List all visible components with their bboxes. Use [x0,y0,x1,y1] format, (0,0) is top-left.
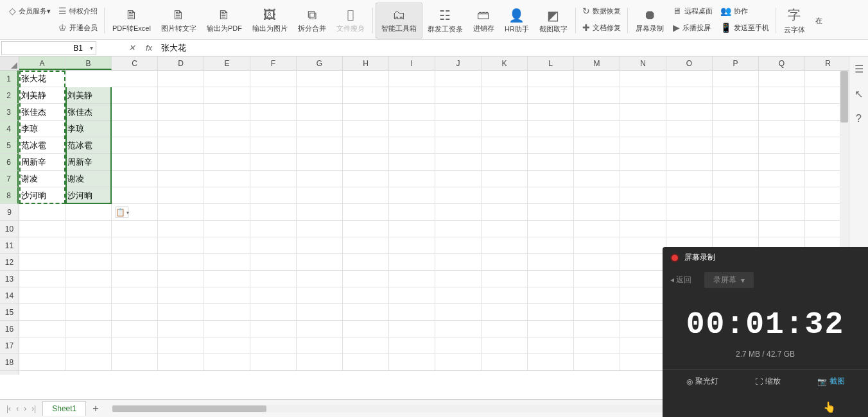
cell[interactable] [158,254,204,271]
cell[interactable] [528,121,574,137]
open-member-button[interactable]: ♔开通会员 [58,19,98,36]
cell[interactable] [389,221,435,237]
cell[interactable] [65,337,112,354]
cell[interactable] [528,87,574,104]
cell[interactable] [620,71,666,87]
cell[interactable] [343,154,389,171]
cell[interactable] [435,254,482,271]
remote-desktop-button[interactable]: 🖥远程桌面 [673,3,713,19]
cell[interactable] [528,254,574,271]
cell[interactable]: 张佳杰 [19,104,65,121]
column-header[interactable]: K [482,56,528,70]
cell[interactable] [620,87,666,104]
cell[interactable] [158,104,204,121]
cell[interactable] [343,304,389,321]
column-header[interactable]: C [112,56,158,70]
cell[interactable] [574,287,620,304]
cell[interactable] [713,154,759,171]
cell[interactable] [620,354,666,371]
collaborate-button[interactable]: 👥协作 [720,3,769,19]
cell[interactable] [343,171,389,187]
cell[interactable] [482,104,528,121]
help-icon[interactable]: ? [856,113,862,124]
hscroll-thumb[interactable] [112,405,266,412]
cell[interactable] [343,121,389,137]
cell[interactable] [297,87,343,104]
cell[interactable] [343,321,389,337]
cell[interactable] [19,321,65,337]
cell[interactable] [666,121,713,137]
cell[interactable] [204,304,250,321]
cell[interactable] [19,287,65,304]
cell[interactable] [65,221,112,237]
row-header[interactable]: 5 [0,137,19,154]
cell[interactable] [158,121,204,137]
cell[interactable] [482,87,528,104]
cell[interactable] [158,137,204,154]
cell[interactable] [250,271,297,287]
add-sheet-button[interactable]: + [86,403,105,414]
cell[interactable] [759,221,805,237]
cell[interactable] [250,304,297,321]
cell[interactable] [713,71,759,87]
cell[interactable] [204,104,250,121]
cell[interactable] [204,287,250,304]
cell[interactable] [250,221,297,237]
cell[interactable] [389,337,435,354]
cell[interactable] [297,287,343,304]
column-header[interactable]: H [343,56,389,70]
cell[interactable] [759,71,805,87]
column-header[interactable]: A [19,56,65,70]
cell[interactable] [112,137,158,154]
cell[interactable] [389,237,435,254]
cell[interactable]: 刘美静 [19,87,65,104]
cell[interactable] [204,154,250,171]
cell[interactable] [574,237,620,254]
cell[interactable] [19,271,65,287]
cell[interactable] [343,221,389,237]
cell[interactable] [620,254,666,271]
row-header[interactable]: 4 [0,121,19,137]
column-header[interactable]: I [389,56,435,70]
cell[interactable] [713,87,759,104]
column-header[interactable]: B [65,56,112,70]
cell[interactable] [250,337,297,354]
inventory-button[interactable]: 🗃进销存 [468,3,499,38]
cell[interactable] [620,137,666,154]
column-header[interactable]: Q [759,56,805,70]
cell[interactable] [297,204,343,221]
cell[interactable] [574,87,620,104]
cell[interactable] [574,154,620,171]
cell[interactable] [250,104,297,121]
row-header[interactable]: 1 [0,71,19,87]
cell[interactable] [759,137,805,154]
cell[interactable] [65,237,112,254]
cell[interactable] [250,354,297,371]
cell[interactable] [482,337,528,354]
online-button[interactable]: 在 [810,3,828,38]
cell[interactable] [389,254,435,271]
tab-next-button[interactable]: › [21,404,29,413]
cell[interactable] [158,271,204,287]
cell[interactable] [482,304,528,321]
cell[interactable] [482,221,528,237]
cell[interactable] [435,154,482,171]
column-header[interactable]: G [297,56,343,70]
cell[interactable]: 张佳杰 [65,104,112,121]
cell[interactable] [250,254,297,271]
cell[interactable] [574,337,620,354]
cell[interactable] [343,187,389,204]
cell[interactable] [297,154,343,171]
tab-prev-button[interactable]: ‹ [13,404,21,413]
row-header[interactable]: 9 [0,204,19,221]
cell[interactable] [528,237,574,254]
cell[interactable] [759,121,805,137]
cell[interactable] [389,304,435,321]
cell[interactable] [574,271,620,287]
cell[interactable] [343,254,389,271]
cell[interactable] [574,304,620,321]
cell[interactable] [713,121,759,137]
screenshot-text-button[interactable]: ◩截图取字 [534,3,573,38]
cell[interactable] [112,304,158,321]
cell[interactable] [666,87,713,104]
